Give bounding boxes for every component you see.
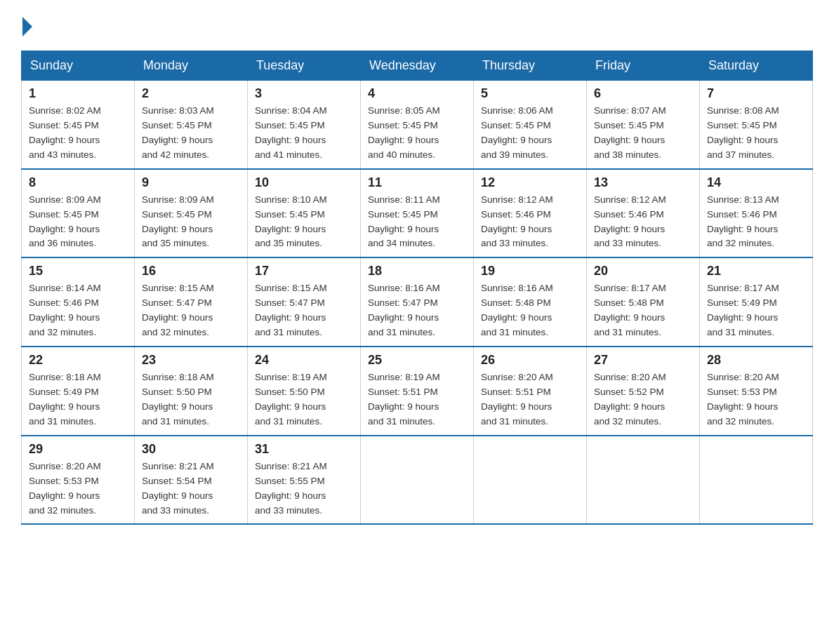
day-number: 22 <box>29 353 127 368</box>
day-number: 28 <box>707 353 805 368</box>
day-number: 29 <box>29 442 127 457</box>
day-number: 5 <box>481 86 579 101</box>
day-info: Sunrise: 8:20 AM Sunset: 5:53 PM Dayligh… <box>707 370 805 429</box>
day-number: 23 <box>142 353 240 368</box>
week-row-1: 1 Sunrise: 8:02 AM Sunset: 5:45 PM Dayli… <box>22 81 813 169</box>
day-cell: 21 Sunrise: 8:17 AM Sunset: 5:49 PM Dayl… <box>700 257 813 347</box>
day-info: Sunrise: 8:06 AM Sunset: 5:45 PM Dayligh… <box>481 104 579 163</box>
day-cell: 3 Sunrise: 8:04 AM Sunset: 5:45 PM Dayli… <box>248 81 361 169</box>
day-number: 4 <box>368 86 466 101</box>
day-info: Sunrise: 8:07 AM Sunset: 5:45 PM Dayligh… <box>594 104 692 163</box>
day-info: Sunrise: 8:10 AM Sunset: 5:45 PM Dayligh… <box>255 193 353 252</box>
day-info: Sunrise: 8:05 AM Sunset: 5:45 PM Dayligh… <box>368 104 466 163</box>
day-number: 6 <box>594 86 692 101</box>
day-info: Sunrise: 8:18 AM Sunset: 5:49 PM Dayligh… <box>29 370 127 429</box>
day-info: Sunrise: 8:17 AM Sunset: 5:48 PM Dayligh… <box>594 281 692 340</box>
day-number: 30 <box>142 442 240 457</box>
day-cell: 29 Sunrise: 8:20 AM Sunset: 5:53 PM Dayl… <box>22 436 135 525</box>
day-cell <box>587 436 700 525</box>
day-cell: 10 Sunrise: 8:10 AM Sunset: 5:45 PM Dayl… <box>248 169 361 258</box>
logo-triangle-icon <box>22 17 32 36</box>
day-info: Sunrise: 8:09 AM Sunset: 5:45 PM Dayligh… <box>142 193 240 252</box>
day-cell: 17 Sunrise: 8:15 AM Sunset: 5:47 PM Dayl… <box>248 257 361 347</box>
day-number: 18 <box>368 264 466 279</box>
day-cell: 14 Sunrise: 8:13 AM Sunset: 5:46 PM Dayl… <box>700 169 813 258</box>
day-cell: 13 Sunrise: 8:12 AM Sunset: 5:46 PM Dayl… <box>587 169 700 258</box>
day-cell: 2 Sunrise: 8:03 AM Sunset: 5:45 PM Dayli… <box>135 81 248 169</box>
day-cell: 16 Sunrise: 8:15 AM Sunset: 5:47 PM Dayl… <box>135 257 248 347</box>
day-number: 21 <box>707 264 805 279</box>
day-number: 19 <box>481 264 579 279</box>
day-number: 14 <box>707 175 805 190</box>
weekday-header-monday: Monday <box>135 51 248 81</box>
weekday-header-friday: Friday <box>587 51 700 81</box>
day-cell: 28 Sunrise: 8:20 AM Sunset: 5:53 PM Dayl… <box>700 347 813 436</box>
weekday-header-sunday: Sunday <box>22 51 135 81</box>
day-cell: 8 Sunrise: 8:09 AM Sunset: 5:45 PM Dayli… <box>22 169 135 258</box>
week-row-2: 8 Sunrise: 8:09 AM Sunset: 5:45 PM Dayli… <box>22 169 813 258</box>
day-cell: 20 Sunrise: 8:17 AM Sunset: 5:48 PM Dayl… <box>587 257 700 347</box>
day-number: 15 <box>29 264 127 279</box>
day-cell: 7 Sunrise: 8:08 AM Sunset: 5:45 PM Dayli… <box>700 81 813 169</box>
day-cell: 1 Sunrise: 8:02 AM Sunset: 5:45 PM Dayli… <box>22 81 135 169</box>
day-cell: 6 Sunrise: 8:07 AM Sunset: 5:45 PM Dayli… <box>587 81 700 169</box>
day-cell: 27 Sunrise: 8:20 AM Sunset: 5:52 PM Dayl… <box>587 347 700 436</box>
day-info: Sunrise: 8:21 AM Sunset: 5:55 PM Dayligh… <box>255 459 353 518</box>
day-info: Sunrise: 8:08 AM Sunset: 5:45 PM Dayligh… <box>707 104 805 163</box>
day-number: 8 <box>29 175 127 190</box>
day-cell: 19 Sunrise: 8:16 AM Sunset: 5:48 PM Dayl… <box>474 257 587 347</box>
day-cell: 12 Sunrise: 8:12 AM Sunset: 5:46 PM Dayl… <box>474 169 587 258</box>
day-number: 26 <box>481 353 579 368</box>
day-info: Sunrise: 8:12 AM Sunset: 5:46 PM Dayligh… <box>594 193 692 252</box>
day-info: Sunrise: 8:12 AM Sunset: 5:46 PM Dayligh… <box>481 193 579 252</box>
day-cell: 18 Sunrise: 8:16 AM Sunset: 5:47 PM Dayl… <box>361 257 474 347</box>
day-number: 20 <box>594 264 692 279</box>
day-number: 2 <box>142 86 240 101</box>
day-info: Sunrise: 8:20 AM Sunset: 5:51 PM Dayligh… <box>481 370 579 429</box>
day-cell: 4 Sunrise: 8:05 AM Sunset: 5:45 PM Dayli… <box>361 81 474 169</box>
week-row-3: 15 Sunrise: 8:14 AM Sunset: 5:46 PM Dayl… <box>22 257 813 347</box>
day-info: Sunrise: 8:03 AM Sunset: 5:45 PM Dayligh… <box>142 104 240 163</box>
day-cell: 11 Sunrise: 8:11 AM Sunset: 5:45 PM Dayl… <box>361 169 474 258</box>
day-number: 27 <box>594 353 692 368</box>
day-number: 9 <box>142 175 240 190</box>
day-cell: 9 Sunrise: 8:09 AM Sunset: 5:45 PM Dayli… <box>135 169 248 258</box>
day-cell: 26 Sunrise: 8:20 AM Sunset: 5:51 PM Dayl… <box>474 347 587 436</box>
week-row-4: 22 Sunrise: 8:18 AM Sunset: 5:49 PM Dayl… <box>22 347 813 436</box>
day-cell: 25 Sunrise: 8:19 AM Sunset: 5:51 PM Dayl… <box>361 347 474 436</box>
day-number: 24 <box>255 353 353 368</box>
day-info: Sunrise: 8:20 AM Sunset: 5:53 PM Dayligh… <box>29 459 127 518</box>
day-number: 17 <box>255 264 353 279</box>
day-info: Sunrise: 8:21 AM Sunset: 5:54 PM Dayligh… <box>142 459 240 518</box>
day-info: Sunrise: 8:19 AM Sunset: 5:51 PM Dayligh… <box>368 370 466 429</box>
day-number: 3 <box>255 86 353 101</box>
day-info: Sunrise: 8:02 AM Sunset: 5:45 PM Dayligh… <box>29 104 127 163</box>
day-info: Sunrise: 8:13 AM Sunset: 5:46 PM Dayligh… <box>707 193 805 252</box>
day-number: 25 <box>368 353 466 368</box>
day-info: Sunrise: 8:15 AM Sunset: 5:47 PM Dayligh… <box>255 281 353 340</box>
day-number: 10 <box>255 175 353 190</box>
day-cell: 22 Sunrise: 8:18 AM Sunset: 5:49 PM Dayl… <box>22 347 135 436</box>
day-info: Sunrise: 8:16 AM Sunset: 5:48 PM Dayligh… <box>481 281 579 340</box>
day-info: Sunrise: 8:11 AM Sunset: 5:45 PM Dayligh… <box>368 193 466 252</box>
day-number: 16 <box>142 264 240 279</box>
logo <box>21 21 32 36</box>
week-row-5: 29 Sunrise: 8:20 AM Sunset: 5:53 PM Dayl… <box>22 436 813 525</box>
day-info: Sunrise: 8:17 AM Sunset: 5:49 PM Dayligh… <box>707 281 805 340</box>
day-info: Sunrise: 8:09 AM Sunset: 5:45 PM Dayligh… <box>29 193 127 252</box>
day-cell <box>474 436 587 525</box>
day-cell: 23 Sunrise: 8:18 AM Sunset: 5:50 PM Dayl… <box>135 347 248 436</box>
day-number: 11 <box>368 175 466 190</box>
day-number: 1 <box>29 86 127 101</box>
day-cell <box>361 436 474 525</box>
day-info: Sunrise: 8:16 AM Sunset: 5:47 PM Dayligh… <box>368 281 466 340</box>
day-number: 12 <box>481 175 579 190</box>
weekday-header-row: SundayMondayTuesdayWednesdayThursdayFrid… <box>22 51 813 81</box>
weekday-header-wednesday: Wednesday <box>361 51 474 81</box>
page-header <box>21 21 813 36</box>
weekday-header-saturday: Saturday <box>700 51 813 81</box>
day-info: Sunrise: 8:04 AM Sunset: 5:45 PM Dayligh… <box>255 104 353 163</box>
day-cell: 15 Sunrise: 8:14 AM Sunset: 5:46 PM Dayl… <box>22 257 135 347</box>
day-info: Sunrise: 8:15 AM Sunset: 5:47 PM Dayligh… <box>142 281 240 340</box>
weekday-header-tuesday: Tuesday <box>248 51 361 81</box>
